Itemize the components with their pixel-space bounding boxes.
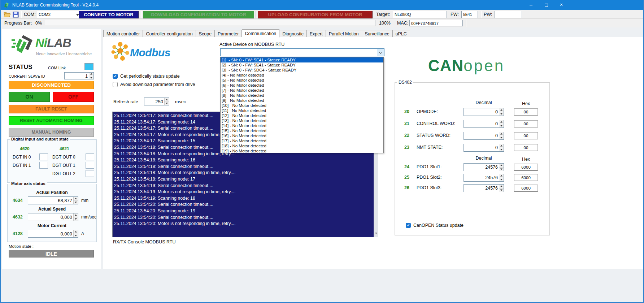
spin-down-icon[interactable] [499,178,504,182]
spin-down-icon[interactable] [499,112,504,116]
decimal-stepper[interactable]: 24576 [464,174,504,182]
device-list-item[interactable]: [16] - No Motor detected [221,133,383,138]
pw-input[interactable] [495,11,522,18]
device-list-item[interactable]: [2] - SN: 0 - FW: 5E41 - Status: READY [221,62,383,68]
tab[interactable]: Parameter [215,30,242,38]
com-port-combobox[interactable]: COM2 [37,11,81,18]
download-configuration-button[interactable]: DOWNLOAD CONFIGURATION TO MOTOR [143,11,254,18]
active-device-combobox[interactable] [220,48,384,56]
fault-reset-button[interactable]: FAULT RESET [9,105,94,113]
canopen-status-checkbox-row[interactable]: CanOPEN Status update [406,223,464,228]
spin-up-icon[interactable] [89,73,93,76]
refresh-rate-stepper[interactable]: 250 [144,98,169,105]
device-list-item[interactable]: [8] - No Motor detected [221,93,383,98]
off-button[interactable]: OFF [53,92,94,102]
tab[interactable]: uPLC [393,30,410,38]
tab[interactable]: Surveillance [362,30,393,38]
hex-value-box[interactable]: 00 [514,108,538,116]
device-list-item[interactable]: [10] - No Motor detected [221,103,383,108]
spin-up-icon[interactable] [499,108,504,112]
decimal-stepper[interactable]: 0 [464,144,504,152]
spin-up-icon[interactable] [165,98,169,102]
spin-up-icon[interactable] [74,197,78,201]
on-button[interactable]: ON [9,92,50,102]
minimize-button[interactable]: – [525,0,537,10]
slave-id-stepper[interactable]: 1 [64,72,94,79]
spin-down-icon[interactable] [499,168,504,171]
motor-value-stepper[interactable]: 68,877 [28,196,78,204]
decimal-stepper[interactable]: 24576 [464,184,504,192]
reset-automatic-homing-button[interactable]: RESET AUTOMATIC HOMING [9,116,94,125]
tab[interactable]: Motion controller [103,30,143,38]
spin-down-icon[interactable] [74,201,78,204]
device-list-item[interactable]: [9] - No Motor detected [221,98,383,103]
tab[interactable]: Controller configuration [143,30,196,38]
device-list-item[interactable]: [15] - No Motor detected [221,128,383,133]
spin-down-icon[interactable] [499,148,504,152]
hex-value-box[interactable]: 00 [514,120,538,127]
hex-value-box[interactable]: 00 [514,144,538,151]
hex-value-box[interactable]: 6000 [514,164,538,171]
decimal-stepper[interactable]: 0 [464,120,504,128]
device-list-item[interactable]: [18] - No Motor detected [221,143,383,148]
device-list-item[interactable]: [4] - No Motor detected [221,73,383,78]
spin-up-icon[interactable] [499,120,504,124]
spin-down-icon[interactable] [499,136,504,140]
device-list-item[interactable]: [11] - No Motor detected [221,108,383,113]
status-update-checkbox-row[interactable]: Get periodically status update [113,74,180,79]
device-list-item[interactable]: [14] - No Motor detected [221,123,383,128]
decimal-stepper[interactable]: 24576 [464,163,504,171]
device-list-item[interactable]: [19] - No Motor detected [221,148,383,153]
avoid-download-checkbox-row[interactable]: Avoid download parameter from drive [113,82,195,87]
hex-value-box[interactable]: 6000 [514,174,538,181]
manual-homing-button[interactable]: MANUAL HOMING [9,128,94,137]
tab[interactable]: Parallel Motion [326,30,362,38]
canopen-status-checkbox[interactable] [406,223,411,228]
device-list-item[interactable]: [13] - No Motor detected [221,118,383,123]
device-list-item[interactable]: [1] - SN: 0 - FW: 5E41 - Status: READY [221,57,383,62]
spin-up-icon[interactable] [499,185,504,189]
spin-down-icon[interactable] [499,189,504,192]
connect-to-motor-button[interactable]: CONNECT TO MOTOR [79,11,139,18]
combobox-dropdown-button[interactable] [377,49,384,56]
spin-up-icon[interactable] [499,174,504,178]
motor-value-stepper[interactable]: 0,000 [28,230,78,238]
spin-down-icon[interactable] [165,102,169,105]
fw-input[interactable]: 5E41 [461,11,478,18]
spin-up-icon[interactable] [499,164,504,168]
open-file-icon[interactable] [4,12,11,17]
scroll-down-icon[interactable] [375,233,377,235]
spin-down-icon[interactable] [74,217,78,221]
device-list-item[interactable]: [12] - No Motor detected [221,113,383,118]
save-icon[interactable] [13,12,19,18]
decimal-stepper[interactable]: 0 [464,108,504,116]
motor-value-stepper[interactable]: 0,000 [28,213,78,221]
digital-output-state-box [86,170,94,177]
device-list-item[interactable]: [6] - No Motor detected [221,83,383,88]
tab[interactable]: Communication [242,29,279,38]
avoid-download-checkbox[interactable] [113,82,118,87]
hex-value-box[interactable]: 6000 [514,185,538,192]
spin-up-icon[interactable] [74,230,78,234]
tab[interactable]: Expert [307,30,326,38]
target-input[interactable]: NLi080Q [393,11,447,18]
device-list-item[interactable]: [7] - No Motor detected [221,88,383,93]
device-list-item[interactable]: [3] - SN: 0 - FW: 5DC4 - Status: READY [221,68,383,73]
spin-down-icon[interactable] [74,234,78,238]
device-list-item[interactable]: [5] - No Motor detected [221,78,383,83]
spin-down-icon[interactable] [499,124,504,128]
spin-down-icon[interactable] [89,76,93,79]
tab[interactable]: Diagnostic [279,30,306,38]
status-update-checkbox[interactable] [113,74,118,79]
tab[interactable]: Scope [196,30,215,38]
spin-up-icon[interactable] [499,144,504,148]
hex-value-box[interactable]: 00 [514,132,538,139]
upload-configuration-button[interactable]: UPLOAD CONFIGURATION FROM MOTOR [258,11,373,18]
spin-up-icon[interactable] [499,132,504,136]
decimal-stepper[interactable]: 0 [464,132,504,140]
mac-input[interactable]: 00FF7374B917 [409,20,463,26]
close-button[interactable]: × [555,0,567,10]
device-list-item[interactable]: [17] - No Motor detected [221,138,383,143]
spin-up-icon[interactable] [74,213,78,217]
maximize-button[interactable] [540,0,552,10]
